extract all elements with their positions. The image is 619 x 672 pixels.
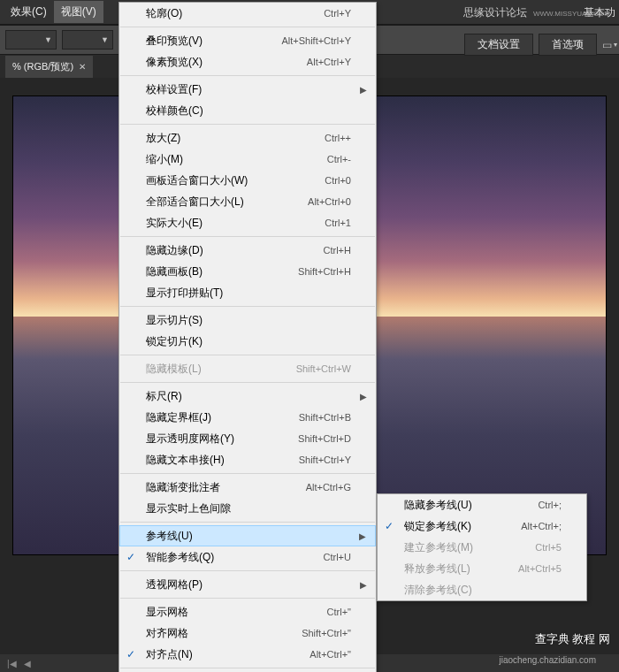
menu-shortcut: Alt+Shift+Ctrl+Y: [281, 35, 351, 46]
menu-item-label: 对齐点(N): [146, 647, 310, 662]
menu-item-label: 显示网格: [146, 605, 327, 620]
menu-shortcut: Alt+Ctrl+;: [521, 521, 562, 531]
close-icon[interactable]: ✕: [79, 62, 86, 72]
menu-shortcut: Ctrl+H: [324, 245, 351, 256]
footer-url: jiaocheng.chazidian.com: [499, 655, 596, 665]
menu-item: 隐藏模板(L)Shift+Ctrl+W: [119, 358, 376, 379]
menu-item-label: 清除参考线(C): [404, 583, 562, 598]
menu-item[interactable]: 参考线(U)▶: [119, 525, 376, 546]
menu-item[interactable]: 校样颜色(C): [119, 100, 376, 121]
menu-item[interactable]: 显示切片(S): [119, 309, 376, 331]
menu-item[interactable]: 校样设置(F)▶: [119, 79, 376, 100]
menu-item-label: 显示切片(S): [146, 313, 351, 328]
doc-settings-button[interactable]: 文档设置: [464, 34, 533, 56]
basic-link[interactable]: 基本功: [584, 5, 615, 20]
menu-item[interactable]: 透视网格(P)▶: [119, 574, 376, 595]
menu-effects[interactable]: 效果(C): [4, 1, 54, 23]
menu-item[interactable]: 标尺(R)▶: [119, 386, 376, 407]
menu-item[interactable]: 实际大小(E)Ctrl+1: [119, 212, 376, 233]
menu-item-label: 校样设置(F): [146, 82, 351, 97]
chevron-down-icon: ▼: [101, 35, 109, 44]
menu-item[interactable]: 缩小(M)Ctrl+-: [119, 149, 376, 170]
menu-shortcut: Ctrl+Y: [324, 8, 351, 19]
color-dropdown[interactable]: ▼: [5, 30, 57, 50]
menu-item-label: 参考线(U): [146, 529, 351, 544]
menu-item[interactable]: 隐藏画板(B)Shift+Ctrl+H: [119, 261, 376, 282]
submenu-arrow-icon: ▶: [360, 392, 367, 401]
menu-shortcut: Alt+Ctrl+0: [308, 196, 351, 207]
document-tab[interactable]: % (RGB/预览) ✕: [5, 56, 93, 78]
menu-item-label: 建立参考线(M): [404, 540, 535, 555]
menu-item[interactable]: 像素预览(X)Alt+Ctrl+Y: [119, 51, 376, 73]
check-icon: ✓: [385, 520, 394, 532]
menu-item-label: 隐藏文本串接(H): [146, 453, 299, 468]
menu-separator: [120, 236, 375, 237]
menu-item[interactable]: 显示实时上色间隙: [119, 498, 376, 519]
submenu-arrow-icon: ▶: [360, 580, 367, 590]
menu-item-label: 像素预览(X): [146, 55, 307, 70]
menu-item[interactable]: 对齐网格Shift+Ctrl+": [119, 622, 376, 644]
menu-separator: [120, 668, 375, 668]
menu-separator: [120, 75, 375, 76]
menu-item-label: 隐藏边缘(D): [146, 243, 324, 258]
menu-shortcut: Shift+Ctrl+D: [298, 433, 351, 444]
menu-item-label: 智能参考线(Q): [146, 550, 324, 565]
prev-icon[interactable]: ◀: [24, 659, 31, 668]
menu-item-label: 全部适合窗口大小(L): [146, 195, 308, 210]
menu-item-label: 显示打印拼贴(T): [146, 286, 351, 301]
menu-item[interactable]: 隐藏参考线(U)Ctrl+;: [378, 494, 586, 515]
tab-label: % (RGB/预览): [12, 60, 73, 73]
menu-separator: [120, 382, 375, 383]
menu-item-label: 轮廓(O): [146, 6, 324, 21]
menu-item[interactable]: 隐藏定界框(J)Shift+Ctrl+B: [119, 407, 376, 428]
menu-item[interactable]: 画板适合窗口大小(W)Ctrl+0: [119, 170, 376, 191]
menu-item[interactable]: 显示透明度网格(Y)Shift+Ctrl+D: [119, 428, 376, 449]
menu-item[interactable]: 显示网格Ctrl+": [119, 601, 376, 622]
menu-item-label: 释放参考线(L): [404, 561, 518, 577]
menu-item[interactable]: 显示打印拼贴(T): [119, 282, 376, 303]
menu-item-label: 画板适合窗口大小(W): [146, 173, 325, 188]
menu-item-label: 隐藏模板(L): [146, 362, 296, 377]
preferences-button[interactable]: 首选项: [539, 34, 597, 56]
menu-shortcut: Ctrl+U: [324, 552, 351, 562]
menu-item[interactable]: 叠印预览(V)Alt+Shift+Ctrl+Y: [119, 30, 376, 51]
menu-item[interactable]: ✓对齐点(N)Alt+Ctrl+": [119, 644, 376, 665]
submenu-arrow-icon: ▶: [360, 85, 367, 95]
menu-shortcut: Ctrl+5: [535, 542, 562, 553]
menu-separator: [120, 570, 375, 571]
menu-item-label: 显示透明度网格(Y): [146, 431, 298, 447]
menu-item[interactable]: ✓智能参考线(Q)Ctrl+U: [119, 546, 376, 568]
menu-item-label: 放大(Z): [146, 131, 325, 146]
menu-shortcut: Ctrl+1: [325, 218, 351, 228]
menu-shortcut: Alt+Ctrl+": [310, 649, 351, 660]
menu-shortcut: Shift+Ctrl+B: [299, 412, 351, 423]
menu-shortcut: Ctrl+-: [327, 154, 351, 164]
menu-shortcut: Alt+Ctrl+G: [306, 482, 351, 493]
menu-shortcut: Shift+Ctrl+": [302, 628, 351, 638]
menu-view[interactable]: 视图(V): [54, 1, 103, 23]
menu-item[interactable]: 轮廓(O)Ctrl+Y: [119, 3, 376, 24]
menu-item-label: 隐藏定界框(J): [146, 410, 299, 425]
menu-item[interactable]: 隐藏边缘(D)Ctrl+H: [119, 240, 376, 261]
menu-item[interactable]: ✓锁定参考线(K)Alt+Ctrl+;: [378, 515, 586, 537]
menu-shortcut: Ctrl+": [327, 607, 351, 617]
menu-shortcut: Shift+Ctrl+Y: [299, 454, 351, 465]
menu-item[interactable]: 锁定切片(K): [119, 331, 376, 352]
menu-item[interactable]: 隐藏文本串接(H)Shift+Ctrl+Y: [119, 449, 376, 470]
menu-item[interactable]: 放大(Z)Ctrl++: [119, 127, 376, 149]
menu-separator: [120, 355, 375, 355]
menu-item-label: 实际大小(E): [146, 216, 325, 231]
view-menu: 轮廓(O)Ctrl+Y叠印预览(V)Alt+Shift+Ctrl+Y像素预览(X…: [118, 2, 377, 672]
first-icon[interactable]: |◀: [7, 659, 17, 668]
swatch-dropdown[interactable]: ▼: [62, 30, 113, 50]
menu-item-label: 校样颜色(C): [146, 103, 351, 118]
menu-item[interactable]: 全部适合窗口大小(L)Alt+Ctrl+0: [119, 191, 376, 212]
panel-menu-icon[interactable]: ▭▾: [602, 39, 617, 51]
check-icon: ✓: [126, 648, 135, 661]
menu-shortcut: Alt+Ctrl+5: [518, 563, 562, 574]
menu-item-label: 叠印预览(V): [146, 34, 281, 49]
menu-item: 清除参考线(C): [378, 579, 586, 600]
chevron-down-icon: ▼: [44, 35, 52, 44]
footer-watermark: 查字典 教程 网: [535, 631, 610, 647]
menu-item[interactable]: 隐藏渐变批注者Alt+Ctrl+G: [119, 477, 376, 498]
